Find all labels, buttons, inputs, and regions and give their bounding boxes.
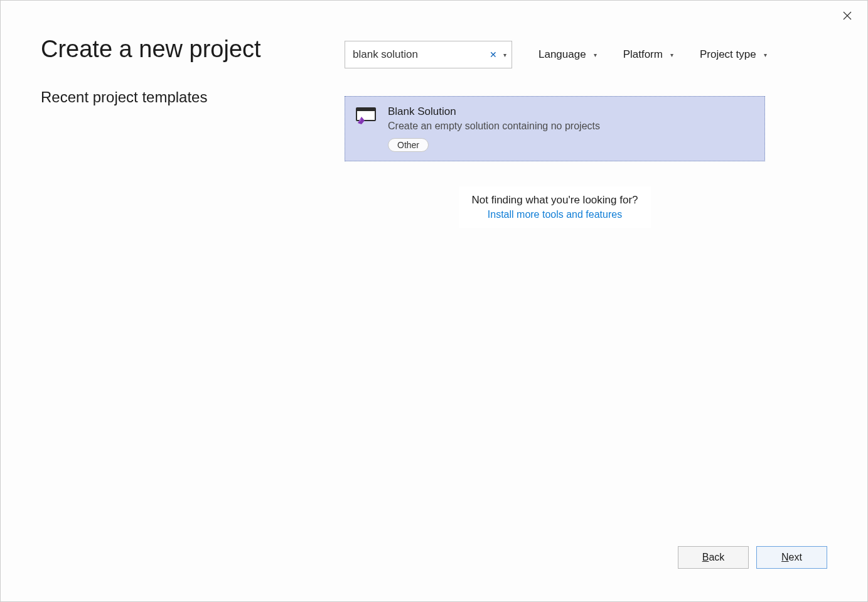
recent-templates-heading: Recent project templates bbox=[41, 89, 304, 106]
template-description: Create an empty solution containing no p… bbox=[388, 121, 754, 132]
chevron-down-icon: ▾ bbox=[764, 51, 767, 58]
search-box[interactable]: ✕ ▾ bbox=[345, 41, 512, 68]
template-title: Blank Solution bbox=[388, 105, 754, 118]
template-card-blank-solution[interactable]: Blank Solution Create an empty solution … bbox=[345, 96, 765, 161]
template-body: Blank Solution Create an empty solution … bbox=[388, 105, 754, 152]
close-icon[interactable] bbox=[840, 8, 855, 23]
project-type-filter-label: Project type bbox=[700, 48, 756, 61]
search-dropdown-icon[interactable]: ▾ bbox=[501, 51, 509, 58]
project-type-filter[interactable]: Project type ▾ bbox=[700, 48, 767, 61]
svg-rect-1 bbox=[356, 108, 375, 111]
template-tag: Other bbox=[388, 138, 429, 152]
language-filter[interactable]: Language ▾ bbox=[538, 48, 597, 61]
not-finding-panel: Not finding what you're looking for? Ins… bbox=[459, 186, 650, 228]
back-button[interactable]: Back bbox=[678, 546, 749, 569]
platform-filter-label: Platform bbox=[623, 48, 663, 61]
clear-search-icon[interactable]: ✕ bbox=[486, 50, 501, 60]
next-button-label: Next bbox=[781, 552, 802, 563]
language-filter-label: Language bbox=[538, 48, 586, 61]
filter-group: Language ▾ Platform ▾ Project type ▾ bbox=[538, 48, 767, 61]
next-button[interactable]: Next bbox=[756, 546, 827, 569]
footer-buttons: Back Next bbox=[678, 546, 827, 569]
chevron-down-icon: ▾ bbox=[594, 51, 597, 58]
page-title: Create a new project bbox=[41, 36, 261, 63]
chevron-down-icon: ▾ bbox=[670, 51, 673, 58]
search-input[interactable] bbox=[353, 48, 486, 61]
search-filter-row: ✕ ▾ Language ▾ Platform ▾ Project type ▾ bbox=[345, 41, 767, 68]
visual-studio-solution-icon bbox=[355, 107, 377, 126]
platform-filter[interactable]: Platform ▾ bbox=[623, 48, 673, 61]
back-button-label: Back bbox=[702, 552, 725, 563]
template-results: Blank Solution Create an empty solution … bbox=[345, 96, 765, 228]
recent-templates-section: Recent project templates bbox=[41, 89, 304, 106]
not-finding-text: Not finding what you're looking for? bbox=[471, 194, 638, 207]
install-tools-link[interactable]: Install more tools and features bbox=[471, 209, 638, 220]
